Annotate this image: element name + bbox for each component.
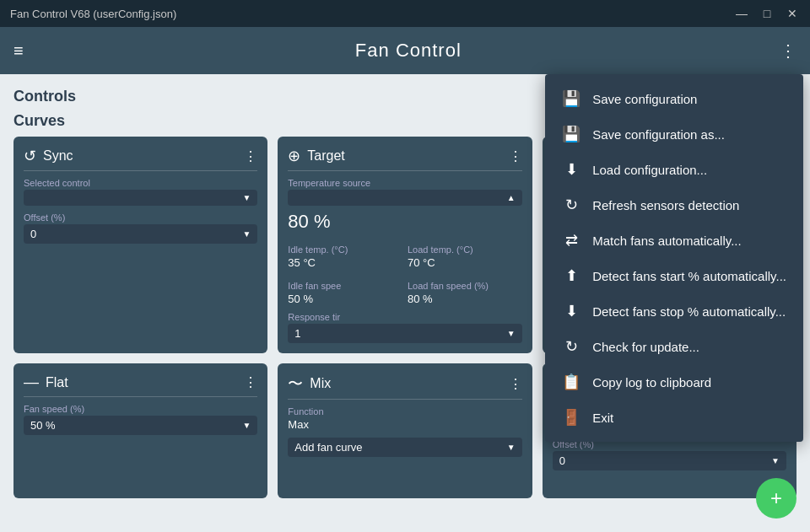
sync-offset-arrow: ▼ [242, 229, 251, 239]
flat-card-title: Flat [46, 375, 237, 390]
menu-item-match-fans[interactable]: ⇄Match fans automatically... [545, 223, 803, 258]
target-load-fan-value: 80 % [408, 293, 522, 305]
flat-fan-speed-dropdown[interactable]: 50 % ▼ [24, 416, 257, 435]
sync-offset-dropdown[interactable]: 0 ▼ [24, 224, 257, 244]
fab-button[interactable]: + [756, 478, 796, 519]
target-load-fan-label: Load fan speed (%) [408, 281, 522, 291]
target-load-fan-group: Load fan speed (%) 80 % [408, 274, 522, 305]
menu-item-refresh-sensors-label: Refresh sensors detection [592, 198, 739, 212]
menu-item-refresh-sensors[interactable]: ↻Refresh sensors detection [545, 187, 803, 223]
target-idle-temp-value: 35 °C [288, 256, 402, 269]
target-idle-temp-label: Idle temp. (°C) [288, 245, 402, 255]
sync-selected-control-arrow: ▼ [242, 193, 251, 202]
mix-card-header: 〜 Mix ⋮ [288, 373, 521, 400]
menu-item-detect-start-icon: ⬆ [562, 266, 580, 285]
menu-item-copy-log-label: Copy log to clipboard [592, 375, 711, 390]
minimize-button[interactable]: — [734, 6, 749, 21]
flat-fan-speed-value: 50 % [30, 419, 56, 432]
sync1-offset-value: 0 [559, 454, 565, 467]
sync-card: ↺ Sync ⋮ Selected control ▼ Offset (%) 0… [14, 137, 267, 353]
sync-card-title: Sync [43, 148, 237, 164]
target-card-menu-icon[interactable]: ⋮ [509, 148, 522, 164]
sync-card-header: ↺ Sync ⋮ [24, 147, 257, 171]
target-big-value: 80 % [288, 211, 521, 233]
target-load-temp-value: 70 °C [408, 256, 522, 269]
menu-item-refresh-sensors-icon: ↻ [562, 196, 580, 214]
window-title: Fan Control V68 (userConfig.json) [10, 8, 734, 20]
target-response-time-label: Response tir [288, 312, 521, 322]
mix-add-fan-curve-dropdown[interactable]: Add fan curve ▼ [288, 438, 521, 457]
menu-item-exit-icon: 🚪 [562, 408, 580, 427]
menu-item-detect-stop-label: Detect fans stop % automatically... [592, 304, 786, 319]
target-card-header: ⊕ Target ⋮ [288, 147, 521, 171]
title-bar: Fan Control V68 (userConfig.json) — □ ✕ [0, 0, 810, 27]
flat-card-header: — Flat ⋮ [24, 373, 257, 397]
flat-fan-speed-label: Fan speed (%) [24, 404, 257, 414]
target-idle-fan-group: Idle fan spee 50 % [288, 274, 402, 305]
target-card: ⊕ Target ⋮ Temperature source ▲ 80 % Idl… [278, 137, 532, 353]
sync1-offset-dropdown[interactable]: 0 ▼ [553, 451, 786, 470]
sync-selected-control-dropdown[interactable]: ▼ [24, 190, 257, 206]
maximize-button[interactable]: □ [759, 6, 775, 21]
target-temp-source-arrow: ▲ [507, 193, 516, 202]
target-load-temp-group: Load temp. (°C) 70 °C [408, 238, 522, 269]
target-response-time-value: 1 [294, 327, 300, 340]
menu-item-detect-stop[interactable]: ⬇Detect fans stop % automatically... [545, 293, 803, 329]
menu-item-load-config-icon: ⬇ [562, 160, 580, 179]
menu-item-save-config-as[interactable]: 💾Save configuration as... [545, 116, 803, 152]
menu-item-match-fans-label: Match fans automatically... [592, 234, 741, 248]
sync1-offset-arrow: ▼ [771, 456, 780, 465]
mix-add-fan-curve-value: Add fan curve [294, 441, 362, 454]
target-load-temp-label: Load temp. (°C) [408, 245, 522, 255]
mix-card-title: Mix [310, 376, 501, 391]
mix-icon: 〜 [288, 373, 303, 394]
target-temp-source-label: Temperature source [288, 178, 521, 188]
hamburger-icon[interactable]: ≡ [14, 41, 24, 61]
menu-item-check-update[interactable]: ↻Check for update... [545, 329, 803, 364]
menu-item-save-config-label: Save configuration [592, 92, 697, 106]
flat-card-menu-icon[interactable]: ⋮ [244, 374, 257, 390]
target-response-time-dropdown[interactable]: 1 ▼ [288, 324, 521, 343]
sync-icon: ↺ [24, 147, 36, 165]
more-menu-icon[interactable]: ⋮ [780, 40, 796, 61]
mix-add-fan-curve-arrow: ▼ [507, 443, 516, 452]
menu-item-check-update-icon: ↻ [562, 337, 580, 356]
target-icon: ⊕ [288, 147, 300, 165]
target-temp-source-dropdown[interactable]: ▲ [288, 190, 521, 206]
menu-item-copy-log-icon: 📋 [562, 373, 580, 391]
menu-item-detect-start-label: Detect fans start % automatically... [592, 269, 786, 283]
menu-item-load-config[interactable]: ⬇Load configuration... [545, 152, 803, 187]
sync-selected-control-label: Selected control [24, 178, 257, 188]
target-idle-fan-value: 50 % [288, 293, 402, 305]
dropdown-menu: 💾Save configuration💾Save configuration a… [545, 74, 803, 442]
close-button[interactable]: ✕ [785, 6, 800, 21]
menu-item-match-fans-icon: ⇄ [562, 231, 580, 250]
window-controls: — □ ✕ [734, 6, 800, 21]
target-detail-grid: Idle temp. (°C) 35 °C Load temp. (°C) 70… [288, 238, 521, 305]
sync-card-menu-icon[interactable]: ⋮ [244, 148, 257, 164]
mix-card-menu-icon[interactable]: ⋮ [509, 376, 522, 392]
mix-function-label: Function [288, 406, 521, 416]
flat-fan-speed-arrow: ▼ [242, 421, 251, 430]
flat-icon: — [24, 373, 39, 391]
sync-offset-label: Offset (%) [24, 212, 257, 223]
menu-item-save-config-as-icon: 💾 [562, 125, 580, 143]
menu-item-detect-start[interactable]: ⬆Detect fans start % automatically... [545, 258, 803, 293]
menu-item-detect-stop-icon: ⬇ [562, 302, 580, 320]
menu-item-copy-log[interactable]: 📋Copy log to clipboard [545, 364, 803, 400]
menu-item-load-config-label: Load configuration... [592, 163, 707, 177]
menu-item-save-config-as-label: Save configuration as... [592, 127, 725, 142]
target-response-time-arrow: ▼ [507, 329, 516, 338]
menu-item-save-config[interactable]: 💾Save configuration [545, 81, 803, 116]
menu-item-exit[interactable]: 🚪Exit [545, 400, 803, 435]
target-idle-temp-group: Idle temp. (°C) 35 °C [288, 238, 402, 269]
mix-card: 〜 Mix ⋮ Function Max Add fan curve ▼ [278, 363, 532, 498]
target-card-title: Target [307, 148, 501, 164]
app-title: Fan Control [37, 40, 780, 62]
app-header: ≡ Fan Control ⋮ [0, 27, 810, 74]
target-idle-fan-label: Idle fan spee [288, 281, 402, 291]
menu-item-save-config-icon: 💾 [562, 89, 580, 108]
mix-function-value: Max [288, 418, 521, 431]
menu-item-exit-label: Exit [592, 411, 613, 425]
menu-item-check-update-label: Check for update... [592, 340, 699, 354]
